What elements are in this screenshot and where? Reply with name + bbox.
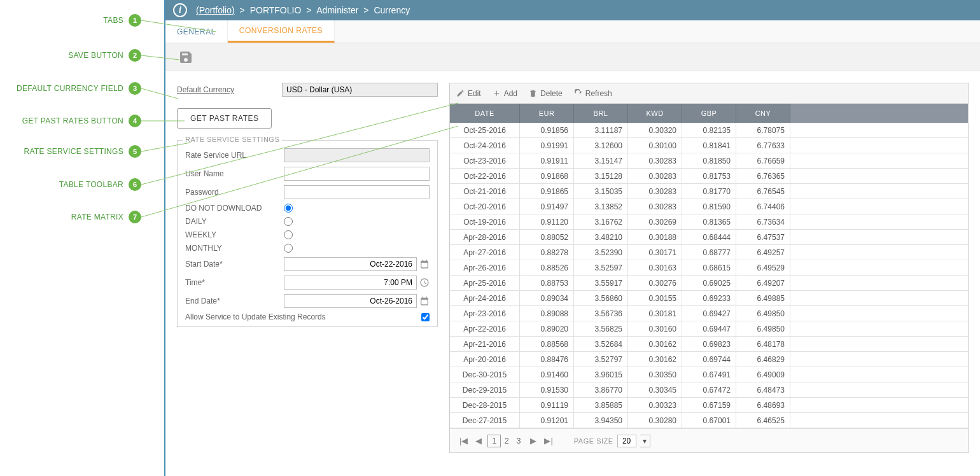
table-row[interactable]: Oct-20-20160.914973.138520.302830.815906… — [450, 199, 968, 214]
table-row[interactable]: Dec-27-20150.912013.943500.302800.670016… — [450, 413, 968, 428]
annotation-marker: 6 — [129, 178, 141, 191]
table-cell: Oct-20-2016 — [450, 199, 520, 214]
calendar-icon[interactable] — [419, 296, 430, 306]
col-brl[interactable]: BRL — [574, 104, 628, 123]
breadcrumb-link[interactable]: (Portfolio) — [196, 5, 235, 15]
refresh-button[interactable]: Refresh — [574, 89, 612, 98]
table-cell: 0.30283 — [628, 184, 682, 199]
table-cell: 3.56736 — [574, 306, 628, 321]
table-row[interactable]: Apr-25-20160.887533.559170.302760.690256… — [450, 276, 968, 291]
table-row[interactable]: Apr-21-20160.885683.526840.301620.698236… — [450, 337, 968, 352]
table-cell: 3.56825 — [574, 321, 628, 336]
table-cell: 0.30323 — [628, 398, 682, 412]
table-row[interactable]: Oct-25-20160.918563.111870.303200.821356… — [450, 123, 968, 138]
tab-conversion-rates[interactable]: CONVERSION RATES — [228, 20, 335, 43]
daily-radio[interactable] — [284, 217, 293, 226]
table-row[interactable]: Dec-30-20150.914603.960150.303500.674916… — [450, 367, 968, 382]
table-row[interactable]: Oct-23-20160.919113.151470.302830.818506… — [450, 153, 968, 169]
get-past-rates-button[interactable]: GET PAST RATES — [177, 108, 272, 129]
table-row[interactable]: Dec-28-20150.911193.858850.303230.671596… — [450, 398, 968, 413]
table-row[interactable]: Apr-23-20160.890883.567360.301810.694276… — [450, 306, 968, 321]
table-cell: 0.69744 — [682, 352, 736, 367]
table-row[interactable]: Apr-27-20160.882783.523900.301710.687776… — [450, 245, 968, 260]
annotation-2: SAVE BUTTON2 — [68, 49, 141, 62]
password-input[interactable] — [284, 185, 430, 199]
table-cell: 6.48473 — [736, 382, 790, 397]
table-cell: 0.69823 — [682, 337, 736, 351]
table-cell: 6.49850 — [736, 321, 790, 336]
pager-page-3[interactable]: 3 — [513, 435, 525, 447]
table-row[interactable]: Oct-21-20160.918653.150350.302830.817706… — [450, 184, 968, 199]
table-cell: 0.91530 — [520, 382, 574, 397]
pager-page-2[interactable]: 2 — [501, 435, 513, 447]
col-cny[interactable]: CNY — [736, 104, 790, 123]
table-cell: 0.91460 — [520, 367, 574, 382]
user-name-input[interactable] — [284, 167, 430, 181]
delete-button[interactable]: Delete — [529, 89, 563, 98]
table-cell: 0.89034 — [520, 291, 574, 305]
table-cell: 0.30280 — [628, 413, 682, 428]
annotation-marker: 1 — [129, 14, 141, 27]
table-row[interactable]: Apr-24-20160.890343.568600.301550.692336… — [450, 291, 968, 306]
table-row[interactable]: Apr-22-20160.890203.568250.301600.694476… — [450, 321, 968, 337]
table-cell: 6.76545 — [736, 184, 790, 199]
page-size-label: PAGE SIZE — [574, 437, 613, 445]
table-cell: 0.91201 — [520, 413, 574, 428]
table-row[interactable]: Apr-20-20160.884763.527970.301620.697446… — [450, 352, 968, 367]
default-currency-field[interactable] — [282, 83, 438, 97]
time-input[interactable] — [284, 276, 417, 290]
page-size-input[interactable] — [617, 435, 636, 447]
end-date-label: End Date* — [185, 297, 284, 305]
table-cell: 0.30163 — [628, 260, 682, 275]
table-cell: 0.30100 — [628, 138, 682, 153]
rate-service-url-input[interactable] — [284, 148, 430, 162]
table-cell: 0.30283 — [628, 169, 682, 183]
grid-pager: |◀ ◀ 123 ▶ ▶| PAGE SIZE ▾ — [450, 428, 968, 452]
table-cell: 0.91120 — [520, 214, 574, 229]
daily-label: DAILY — [185, 217, 284, 226]
page-size-dropdown-icon[interactable]: ▾ — [640, 435, 650, 447]
table-cell: 0.30162 — [628, 337, 682, 351]
table-row[interactable]: Dec-29-20150.915303.867700.303450.674726… — [450, 382, 968, 398]
pager-page-1[interactable]: 1 — [487, 435, 501, 447]
table-row[interactable]: Oct-24-20160.919913.126000.301000.818416… — [450, 138, 968, 153]
col-date[interactable]: DATE — [450, 104, 520, 123]
calendar-icon[interactable] — [419, 259, 430, 269]
end-date-input[interactable] — [284, 294, 417, 308]
weekly-radio[interactable] — [284, 230, 293, 239]
table-cell: 6.46829 — [736, 352, 790, 367]
clock-icon[interactable] — [419, 277, 430, 288]
table-row[interactable]: Oct-19-20160.911203.167620.302690.813656… — [450, 214, 968, 230]
table-cell: 0.91911 — [520, 153, 574, 168]
pager-first-icon[interactable]: |◀ — [458, 435, 470, 447]
table-cell: 6.47537 — [736, 230, 790, 244]
col-eur[interactable]: EUR — [520, 104, 574, 123]
allow-update-checkbox[interactable] — [421, 313, 430, 321]
table-row[interactable]: Apr-28-20160.880523.482100.301880.684446… — [450, 230, 968, 245]
do-not-download-radio[interactable] — [284, 204, 293, 213]
col-kwd[interactable]: KWD — [628, 104, 682, 123]
table-cell: 3.16762 — [574, 214, 628, 229]
edit-button[interactable]: Edit — [456, 89, 481, 98]
add-button[interactable]: Add — [493, 89, 517, 98]
tab-general[interactable]: GENERAL — [165, 20, 228, 43]
table-cell: 0.81365 — [682, 214, 736, 229]
start-date-input[interactable] — [284, 257, 417, 271]
table-cell: Oct-21-2016 — [450, 184, 520, 199]
pager-last-icon[interactable]: ▶| — [542, 435, 554, 447]
table-cell: Apr-28-2016 — [450, 230, 520, 244]
pager-prev-icon[interactable]: ◀ — [473, 435, 484, 447]
table-row[interactable]: Apr-26-20160.885263.525970.301630.686156… — [450, 260, 968, 276]
col-gbp[interactable]: GBP — [682, 104, 736, 123]
save-icon[interactable] — [178, 50, 193, 65]
do-not-download-label: DO NOT DOWNLOAD — [185, 204, 284, 213]
table-row[interactable]: Oct-22-20160.918683.151280.302830.817536… — [450, 169, 968, 184]
info-icon[interactable]: i — [173, 3, 187, 17]
password-label: Password — [185, 188, 284, 197]
table-cell: 0.67472 — [682, 382, 736, 397]
annotation-4: GET PAST RATES BUTTON4 — [22, 115, 141, 127]
table-cell: 0.88052 — [520, 230, 574, 244]
table-cell: 0.30171 — [628, 245, 682, 260]
monthly-radio[interactable] — [284, 244, 293, 253]
pager-next-icon[interactable]: ▶ — [528, 435, 538, 447]
